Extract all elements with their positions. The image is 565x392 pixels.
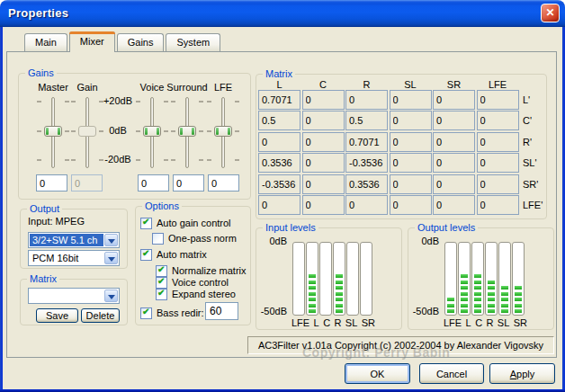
matrix-cell-r4c1[interactable] bbox=[302, 174, 345, 194]
slider-thumb-lfe[interactable] bbox=[214, 126, 232, 137]
bass-freq-input[interactable] bbox=[205, 302, 238, 320]
output-format-dropdown-button[interactable] bbox=[104, 234, 118, 246]
matrix-cell-r1c0[interactable] bbox=[258, 111, 300, 130]
matrix-cell-r0c1[interactable] bbox=[302, 90, 345, 110]
slider-tick bbox=[207, 130, 211, 132]
matrix-cell-r3c4[interactable] bbox=[433, 153, 475, 173]
matrix-cell-r1c1[interactable] bbox=[302, 111, 345, 130]
tab-system[interactable]: System bbox=[166, 33, 220, 51]
matrix-cell-r4c0[interactable] bbox=[258, 174, 300, 194]
gain-value-lfe[interactable] bbox=[208, 174, 239, 192]
matrix-preset-dropdown-button[interactable] bbox=[104, 290, 118, 302]
matrix-cell-r0c4[interactable] bbox=[433, 90, 475, 110]
matrix-cell-r4c5[interactable] bbox=[477, 174, 519, 194]
matrix-cell-r5c3[interactable] bbox=[390, 195, 432, 215]
matrix-cell-r2c4[interactable] bbox=[433, 132, 475, 152]
output-level-bar-lfe bbox=[444, 242, 457, 316]
output-pcm-select[interactable]: PCM 16bit bbox=[28, 250, 120, 266]
input-levels-channel-labels: LFELCRSLSR bbox=[291, 317, 375, 328]
slider-tick bbox=[171, 130, 175, 132]
checkbox-bass-redir[interactable] bbox=[140, 307, 152, 319]
delete-button[interactable]: Delete bbox=[81, 308, 120, 323]
chevron-down-icon bbox=[108, 257, 115, 262]
matrix-cell-r1c2[interactable] bbox=[345, 111, 388, 130]
option-auto-matrix[interactable]: Auto matrix bbox=[140, 248, 207, 261]
checkbox-auto-gain-control[interactable] bbox=[140, 218, 152, 229]
option-one-pass-norm[interactable]: One-pass norm bbox=[152, 232, 237, 245]
matrix-cell-r0c2[interactable] bbox=[345, 90, 388, 110]
tab-main[interactable]: Main bbox=[24, 33, 67, 51]
option-voice-control[interactable]: Voice control bbox=[156, 276, 229, 289]
checkbox-expand-stereo[interactable] bbox=[156, 289, 167, 300]
option-normalize-matrix[interactable]: Normalize matrix bbox=[156, 264, 247, 277]
input-level-segment bbox=[336, 304, 343, 307]
apply-button[interactable]: Apply bbox=[489, 363, 555, 384]
slider-thumb-voice[interactable] bbox=[143, 126, 161, 137]
matrix-cell-r5c5[interactable] bbox=[477, 195, 519, 215]
checkbox-one-pass-norm[interactable] bbox=[152, 233, 164, 245]
output-level-channel-label-r: R bbox=[486, 317, 493, 328]
slider-thumb-surround[interactable] bbox=[178, 126, 196, 137]
matrix-cell-r3c3[interactable] bbox=[390, 153, 432, 173]
output-level-segment bbox=[461, 298, 468, 301]
option-expand-stereo[interactable]: Expand stereo bbox=[156, 288, 236, 300]
slider-tick bbox=[235, 101, 239, 102]
option-bass-redir[interactable]: Bass redir: bbox=[140, 307, 204, 319]
matrix-cell-r5c2[interactable] bbox=[345, 195, 388, 215]
gain-scale-label--20db: -20dB bbox=[98, 154, 138, 165]
matrix-cell-r4c2[interactable] bbox=[345, 174, 388, 194]
tab-mixer[interactable]: Mixer bbox=[69, 31, 115, 52]
output-groupbox-label: Output bbox=[27, 203, 62, 215]
output-format-select[interactable]: 3/2+SW 5.1 ch bbox=[28, 232, 120, 248]
matrix-preset-select[interactable] bbox=[28, 288, 120, 304]
matrix-cell-r4c4[interactable] bbox=[433, 174, 475, 194]
matrix-cell-r1c5[interactable] bbox=[477, 111, 519, 130]
matrix-cell-r3c0[interactable] bbox=[258, 153, 300, 173]
output-level-segment bbox=[474, 286, 481, 290]
input-level-bar-l bbox=[306, 242, 318, 316]
input-level-segment bbox=[336, 309, 343, 313]
slider-tick bbox=[37, 130, 41, 132]
matrix-cell-r3c2[interactable] bbox=[345, 153, 388, 173]
matrix-presets-groupbox-label: Matrix bbox=[27, 273, 59, 285]
matrix-cell-r5c0[interactable] bbox=[258, 195, 300, 215]
matrix-cell-r3c1[interactable] bbox=[302, 153, 345, 173]
matrix-cell-r3c5[interactable] bbox=[477, 153, 519, 173]
matrix-cell-r5c4[interactable] bbox=[433, 195, 475, 215]
option-auto-gain-control[interactable]: Auto gain control bbox=[140, 217, 231, 229]
matrix-cell-r2c0[interactable] bbox=[258, 132, 300, 152]
matrix-cell-r1c3[interactable] bbox=[390, 111, 432, 130]
output-level-segment bbox=[488, 309, 495, 313]
save-button[interactable]: Save bbox=[36, 308, 78, 323]
slider-tick bbox=[71, 130, 76, 132]
slider-thumb-master[interactable] bbox=[44, 126, 62, 137]
ok-button[interactable]: OK bbox=[345, 363, 410, 384]
output-level-segment bbox=[488, 286, 495, 290]
input-level-segment bbox=[309, 281, 316, 284]
matrix-cell-r0c3[interactable] bbox=[390, 90, 432, 110]
tab-gains[interactable]: Gains bbox=[117, 33, 165, 51]
matrix-cell-r5c1[interactable] bbox=[302, 195, 345, 215]
matrix-cell-r4c3[interactable] bbox=[390, 174, 432, 194]
output-level-segment bbox=[515, 298, 522, 301]
matrix-cell-r0c5[interactable] bbox=[477, 90, 519, 110]
output-pcm-dropdown-button[interactable] bbox=[104, 252, 118, 264]
matrix-cell-r2c1[interactable] bbox=[302, 132, 345, 152]
matrix-cell-r1c4[interactable] bbox=[433, 111, 475, 130]
output-level-segment bbox=[474, 274, 481, 278]
output-level-segment bbox=[501, 298, 508, 301]
window-title: Properties bbox=[8, 6, 68, 20]
input-level-channel-label-c: C bbox=[323, 317, 330, 328]
output-pcm-value: PCM 16bit bbox=[30, 252, 103, 264]
close-button[interactable]: ✕ bbox=[541, 4, 560, 22]
matrix-cell-r0c0[interactable] bbox=[258, 90, 300, 110]
chevron-down-icon bbox=[108, 239, 115, 244]
output-level-segment bbox=[461, 309, 468, 313]
cancel-button[interactable]: Cancel bbox=[419, 363, 484, 384]
matrix-cell-r2c5[interactable] bbox=[477, 132, 519, 152]
slider-label-lfe: LFE bbox=[196, 82, 250, 93]
matrix-cell-r2c3[interactable] bbox=[390, 132, 432, 152]
output-level-segment bbox=[501, 286, 508, 290]
matrix-cell-r2c2[interactable] bbox=[345, 132, 388, 152]
checkbox-auto-matrix[interactable] bbox=[140, 249, 152, 261]
